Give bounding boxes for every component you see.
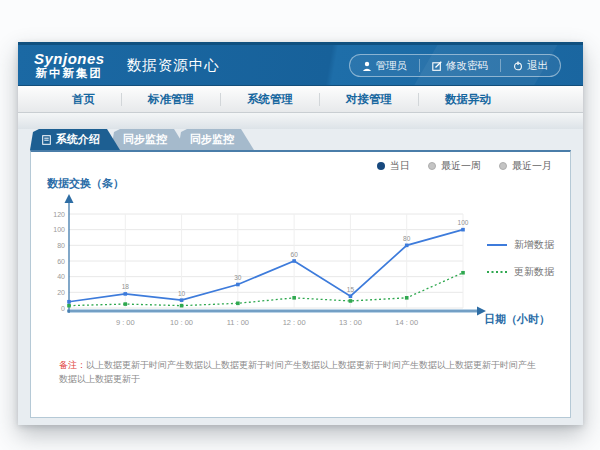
chart-y-axis-title: 数据交换（条） [47, 176, 124, 191]
legend-item-2: 更新数据 [487, 265, 554, 279]
tab-3[interactable]: 同步监控 [178, 129, 254, 150]
legend-label: 更新数据 [514, 265, 554, 279]
svg-text:30: 30 [234, 274, 242, 281]
nav-item-2[interactable]: 标准管理 [121, 93, 220, 106]
chart-svg: 0204060801001209 : 0010 : 0011 : 0012 : … [39, 190, 491, 340]
tab-label: 系统介绍 [56, 132, 100, 147]
radio-3[interactable]: 最近一月 [499, 159, 552, 173]
svg-text:14 : 00: 14 : 00 [395, 318, 418, 327]
svg-text:120: 120 [53, 211, 65, 218]
document-icon [42, 135, 51, 145]
footnote: 备注：以上数据更新于时间产生数据以上数据更新于时间产生数据以上数据更新于时间产生… [59, 359, 541, 386]
chart-legend: 新增数据更新数据 [487, 238, 554, 279]
nav-sub-strip [18, 113, 583, 129]
company-logo: Synjones 新中新集团 [34, 51, 105, 79]
time-filter-group: 当日最近一周最近一月 [377, 159, 552, 173]
tab-label: 同步监控 [190, 132, 234, 147]
chart-x-axis-title: 日期（小时） [484, 312, 550, 327]
header: Synjones 新中新集团 数据资源中心 管理员 修改密码 退出 [18, 42, 583, 86]
user-menu: 管理员 修改密码 退出 [349, 54, 562, 77]
svg-text:11 : 00: 11 : 00 [227, 318, 249, 327]
svg-text:0: 0 [61, 305, 65, 312]
svg-text:9 : 00: 9 : 00 [116, 318, 135, 327]
tab-bar: 系统介绍同步监控同步监控 [18, 129, 583, 150]
edit-icon [432, 61, 442, 71]
nav-item-5[interactable]: 数据异动 [418, 93, 517, 106]
svg-text:18: 18 [122, 283, 130, 290]
legend-label: 新增数据 [514, 238, 554, 252]
footnote-label: 备注： [59, 360, 86, 370]
content-card: 当日最近一周最近一月 数据交换（条） 0204060801001209 : 00… [30, 150, 571, 418]
user-name-label: 管理员 [376, 59, 408, 73]
legend-line-sample [487, 242, 507, 248]
nav-item-3[interactable]: 系统管理 [220, 93, 319, 106]
legend-line-sample [487, 269, 507, 275]
footnote-text: 以上数据更新于时间产生数据以上数据更新于时间产生数据以上数据更新于时间产生数据以… [59, 360, 536, 384]
nav-item-1[interactable]: 首页 [46, 93, 121, 106]
radio-unselected-icon [499, 162, 507, 170]
tab-1[interactable]: 系统介绍 [30, 129, 120, 150]
change-password-button[interactable]: 修改密码 [419, 59, 500, 72]
change-password-label: 修改密码 [446, 59, 488, 73]
radio-label: 最近一周 [441, 159, 481, 173]
nav-item-4[interactable]: 对接管理 [319, 93, 418, 106]
radio-label: 当日 [390, 159, 410, 173]
tab-2[interactable]: 同步监控 [111, 129, 187, 150]
user-icon [362, 61, 372, 71]
svg-text:100: 100 [458, 219, 469, 226]
logo-text-en: Synjones [34, 51, 105, 67]
svg-text:80: 80 [403, 235, 411, 242]
svg-text:40: 40 [57, 273, 65, 280]
svg-text:60: 60 [57, 258, 65, 265]
radio-1[interactable]: 当日 [377, 159, 410, 173]
svg-text:100: 100 [53, 226, 65, 233]
logout-button[interactable]: 退出 [500, 59, 560, 72]
tab-label: 同步监控 [123, 132, 167, 147]
radio-2[interactable]: 最近一周 [428, 159, 481, 173]
svg-text:20: 20 [57, 289, 65, 296]
svg-text:15: 15 [347, 286, 355, 293]
main-nav: 首页标准管理系统管理对接管理数据异动 [18, 86, 583, 113]
svg-text:10 : 00: 10 : 00 [170, 318, 193, 327]
svg-text:60: 60 [291, 251, 299, 258]
logout-label: 退出 [527, 59, 548, 73]
legend-item-1: 新增数据 [487, 238, 554, 252]
svg-text:13 : 00: 13 : 00 [339, 318, 362, 327]
radio-selected-icon [377, 162, 385, 170]
svg-text:12 : 00: 12 : 00 [283, 318, 306, 327]
logo-text-cn: 新中新集团 [34, 67, 105, 79]
radio-label: 最近一月 [512, 159, 552, 173]
radio-unselected-icon [428, 162, 436, 170]
user-name-button[interactable]: 管理员 [350, 59, 420, 72]
power-icon [513, 61, 523, 71]
app-title: 数据资源中心 [127, 56, 220, 75]
app-window: Synjones 新中新集团 数据资源中心 管理员 修改密码 退出 首页标准管理… [18, 42, 583, 425]
svg-text:10: 10 [178, 290, 186, 297]
svg-text:80: 80 [57, 242, 65, 249]
